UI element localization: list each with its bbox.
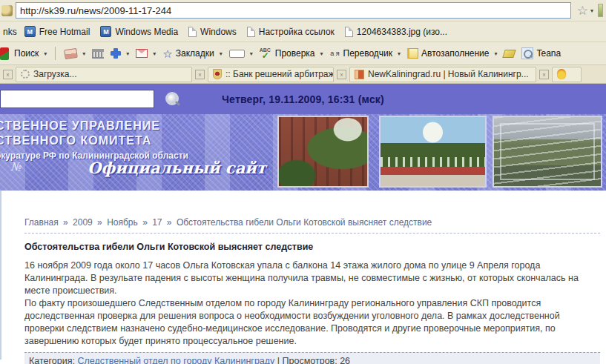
breadcrumb-year[interactable]: 2009 [73,217,93,228]
coat-of-arms-icon [213,69,222,79]
tab-loading[interactable]: Загрузка... [16,67,192,82]
close-icon[interactable]: x [3,70,13,79]
article-title: Обстоятельства гибели Ольги Котовской вы… [24,242,600,252]
bookmarks-label: Закладки [176,48,214,59]
bank-building-icon [92,49,104,59]
translator-icon: а я [330,50,340,57]
article-paragraph: 16 ноября 2009 года около 17 часов Ольга… [24,259,600,297]
toolbar-autofill-button[interactable]: Автозаполнение ▾ [406,47,498,60]
link-windows[interactable]: Windows [185,25,240,39]
link-link-settings[interactable]: Настройка ссылок [244,25,337,39]
toolbar-spellcheck-button[interactable]: ABC ✓ Проверка ▾ [258,46,325,61]
site-header: Четверг, 19.11.2009, 16:31 (мск) [0,84,606,114]
page-icon [247,27,255,37]
views-count: | Просмотров: 26 [277,356,350,364]
yandex-logo-icon[interactable] [0,47,9,60]
toolbar-translator-button[interactable]: а я Переводчик ▾ [329,47,403,60]
spellcheck-label: Проверка [275,48,315,59]
chevron-down-icon[interactable]: ▾ [82,50,85,57]
link-free-hotmail[interactable]: M Free Hotmail [22,24,93,39]
article-body: 16 ноября 2009 года около 17 часов Ольга… [24,259,600,348]
flame-icon [557,69,566,79]
category-label: Категория: [29,356,75,364]
close-icon[interactable]: x [539,70,549,79]
page-favicon [1,5,13,16]
chevron-down-icon[interactable]: ▾ [153,50,156,57]
close-icon[interactable]: x [195,70,205,79]
links-bar-label: nks [3,27,17,37]
toolbar-add-button[interactable]: ▾ [109,47,131,60]
breadcrumb-separator: » [167,217,172,228]
page-icon [188,27,197,37]
favorites-button[interactable]: ☆ ▾ [577,4,593,17]
yandex-toolbar: Поиск ▾ ▾ ▾ ▾ ☆ Закладки ▾ ▾ [0,42,606,65]
building-icon [355,70,364,79]
star-icon: ☆ [577,4,588,17]
chevron-down-icon[interactable]: ▾ [44,50,47,57]
toolbar-separator [53,47,59,60]
tab-bar: x Загрузка... x :: Банк решений арбитраж… [0,65,606,84]
browser-chrome: ☆ ▾ nks M Free Hotmail M Windows Media W… [0,0,606,84]
magnifier-icon [521,47,533,59]
category-strip: Категория: Следственный отдел по городу … [24,352,600,364]
link-label: Windows [200,27,237,37]
banner-number-sign: № [10,160,21,173]
link-label: 1204634383.jpg (изо... [357,27,447,37]
chevron-down-icon[interactable]: ▾ [220,50,223,57]
tab-title: Загрузка... [33,69,77,79]
article-paragraph: По факту произошедшего Следственным отде… [24,297,600,348]
chevron-down-icon[interactable]: ▾ [320,50,323,57]
toolbar-mail-button[interactable]: ▾ [134,47,157,59]
chevron-down-icon[interactable]: ▾ [590,7,593,14]
notepad-icon [407,48,418,59]
chevron-down-icon[interactable]: ▾ [398,50,401,57]
tab-bank-resheniy[interactable]: :: Банк решений арбитражных судов... [208,67,334,82]
highlighter-icon [503,50,517,58]
breadcrumb-month[interactable]: Ноябрь [107,217,138,228]
link-jpg-file[interactable]: 1204634383.jpg (изо... [342,25,450,39]
toolbar-teana-button[interactable]: Teana [520,46,562,61]
category-link[interactable]: Следственный отдел по городу Калининград… [77,356,274,364]
tab-title: NewKaliningrad.ru | Новый Калинингр... [368,69,529,79]
chevron-down-icon[interactable]: ▾ [494,50,497,57]
toolbar-highlighter-button[interactable] [502,48,516,59]
link-windows-media[interactable]: M Windows Media [97,24,181,39]
chevron-down-icon[interactable]: ▾ [250,50,253,57]
address-bar: ☆ ▾ [0,0,606,21]
banner-photo-cathedral [379,116,487,188]
toolbar-tickets-button[interactable]: ▾ [63,47,87,60]
link-label: Настройка ссылок [259,27,335,37]
breadcrumb-current: Обстоятельства гибели Ольги Котовской вы… [177,217,432,228]
banner-text-block: СТВЕННОЕ УПРАВЛЕНИЕ СТВЕННОГО КОМИТЕТА о… [0,119,276,161]
link-label: Windows Media [115,27,178,37]
page-content: Главная » 2009 » Ноябрь » 17 » Обстоятел… [0,191,606,360]
tab-partial[interactable] [552,67,582,82]
url-input[interactable] [16,2,571,19]
page-icon [345,27,353,37]
tab-newkaliningrad[interactable]: NewKaliningrad.ru | Новый Калинингр... [349,67,536,82]
spinner-icon [21,70,30,79]
teana-label: Teana [536,48,561,59]
translator-label: Переводчик [343,48,393,59]
breadcrumb-day[interactable]: 17 [152,217,162,228]
toolbar-bookmarks-button[interactable]: ☆ Закладки ▾ [161,47,223,61]
spellcheck-icon: ABC ✓ [260,47,272,59]
photo-inner-frame [500,123,595,180]
toolbar-bank-button[interactable] [90,47,105,60]
toolbar-field-button[interactable]: ▾ [228,48,254,59]
chevron-down-icon[interactable]: ▾ [126,50,129,57]
breadcrumb: Главная » 2009 » Ноябрь » 17 » Обстоятел… [24,217,600,234]
autofill-label: Автозаполнение [421,48,489,59]
breadcrumb-separator: » [142,217,148,228]
toolbar-search-button[interactable]: Поиск ▾ [13,47,48,60]
link-label: Free Hotmail [39,27,90,37]
msn-icon: M [24,26,36,37]
close-icon[interactable]: x [337,70,346,79]
site-banner: СТВЕННОЕ УПРАВЛЕНИЕ СТВЕННОГО КОМИТЕТА о… [0,114,606,191]
toolbar-search-label: Поиск [14,48,39,59]
plus-icon [111,48,121,59]
star-icon: ☆ [162,48,172,59]
banner-line1: СТВЕННОЕ УПРАВЛЕНИЕ [0,119,276,133]
breadcrumb-home[interactable]: Главная [24,217,59,228]
msn-icon: M [100,26,111,37]
